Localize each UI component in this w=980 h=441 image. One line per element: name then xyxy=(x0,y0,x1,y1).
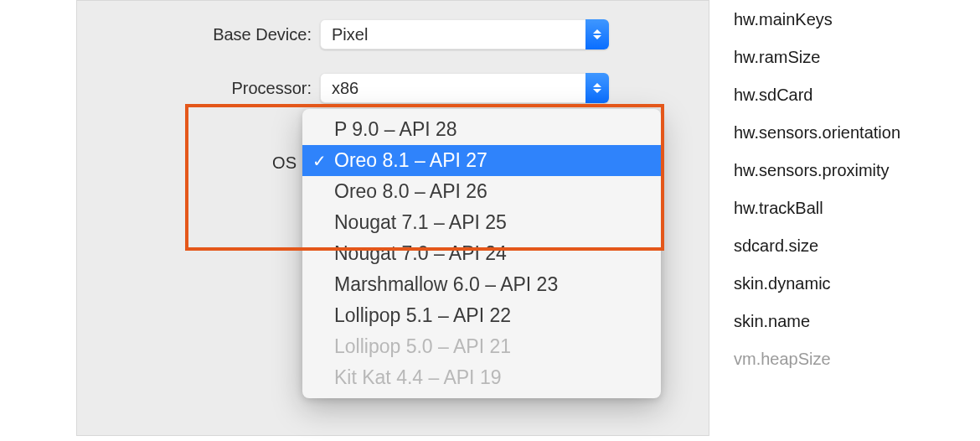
property-item[interactable]: hw.trackBall xyxy=(734,199,900,218)
os-option-label: Nougat 7.1 – API 25 xyxy=(334,211,507,233)
os-option-label: Lollipop 5.1 – API 22 xyxy=(334,304,511,326)
base-device-select[interactable]: Pixel xyxy=(320,19,609,49)
os-label: OS xyxy=(77,153,305,173)
chevron-updown-icon xyxy=(585,19,609,49)
os-option[interactable]: Nougat 7.1 – API 25 xyxy=(302,207,661,238)
os-option: Kit Kat 4.4 – API 19 xyxy=(302,362,661,393)
os-option-label: Nougat 7.0 – API 24 xyxy=(334,242,507,264)
os-option-label: Lollipop 5.0 – API 21 xyxy=(334,335,511,357)
property-item[interactable]: hw.ramSize xyxy=(734,48,900,67)
os-option[interactable]: Nougat 7.0 – API 24 xyxy=(302,238,661,269)
property-item[interactable]: skin.dynamic xyxy=(734,274,900,293)
property-item[interactable]: hw.mainKeys xyxy=(734,10,900,29)
processor-value: x86 xyxy=(332,79,358,98)
os-option-label: Oreo 8.0 – API 26 xyxy=(334,180,487,202)
os-option[interactable]: P 9.0 – API 28 xyxy=(302,114,661,145)
os-option: Lollipop 5.0 – API 21 xyxy=(302,331,661,362)
checkmark-icon: ✓ xyxy=(312,151,327,171)
os-option-label: Marshmallow 6.0 – API 23 xyxy=(334,273,558,295)
property-item[interactable]: sdcard.size xyxy=(734,236,900,256)
os-option[interactable]: Lollipop 5.1 – API 22 xyxy=(302,300,661,331)
processor-label: Processor: xyxy=(77,79,320,98)
chevron-updown-icon xyxy=(585,73,609,103)
os-dropdown[interactable]: P 9.0 – API 28✓Oreo 8.1 – API 27Oreo 8.0… xyxy=(302,109,661,398)
property-item[interactable]: hw.sensors.orientation xyxy=(734,123,900,143)
property-list: hw.mainKeyshw.ramSizehw.sdCardhw.sensors… xyxy=(734,10,900,369)
processor-select[interactable]: x86 xyxy=(320,73,609,103)
base-device-label: Base Device: xyxy=(77,25,320,44)
os-option-label: Kit Kat 4.4 – API 19 xyxy=(334,366,501,388)
property-item[interactable]: hw.sensors.proximity xyxy=(734,161,900,180)
os-option-label: P 9.0 – API 28 xyxy=(334,118,457,140)
os-option[interactable]: Marshmallow 6.0 – API 23 xyxy=(302,269,661,300)
os-option[interactable]: Oreo 8.0 – API 26 xyxy=(302,176,661,207)
property-item[interactable]: skin.name xyxy=(734,312,900,331)
os-option[interactable]: ✓Oreo 8.1 – API 27 xyxy=(302,145,661,176)
base-device-value: Pixel xyxy=(332,25,368,44)
os-option-label: Oreo 8.1 – API 27 xyxy=(334,149,487,171)
property-item[interactable]: vm.heapSize xyxy=(734,350,900,369)
property-item[interactable]: hw.sdCard xyxy=(734,86,900,105)
